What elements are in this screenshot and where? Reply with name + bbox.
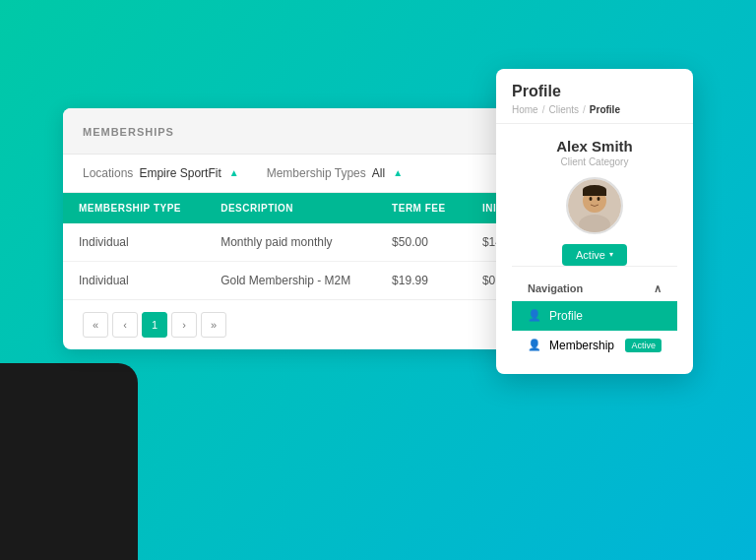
breadcrumb-sep-1: / bbox=[542, 104, 545, 115]
nav-section-header: Navigation ∧ bbox=[512, 277, 677, 301]
page-last-button[interactable]: » bbox=[201, 312, 226, 338]
cell-term-1: $19.99 bbox=[376, 261, 467, 299]
active-label: Active bbox=[576, 249, 605, 261]
location-filter-arrow[interactable]: ▲ bbox=[229, 167, 239, 178]
col-term-fee: TERM FEE bbox=[376, 193, 467, 223]
breadcrumb: Home / Clients / Profile bbox=[512, 104, 677, 115]
profile-card: Profile Home / Clients / Profile Alex Sm… bbox=[496, 69, 693, 374]
cell-desc-1: Gold Membership - M2M bbox=[205, 261, 376, 299]
profile-card-title: Profile bbox=[512, 83, 677, 100]
nav-item-profile[interactable]: 👤 Profile bbox=[512, 301, 677, 331]
svg-rect-6 bbox=[583, 190, 606, 196]
profile-category: Client Category bbox=[561, 156, 629, 167]
location-value: Empire SportFit bbox=[139, 166, 220, 180]
dropdown-arrow-icon: ▾ bbox=[609, 250, 613, 259]
breadcrumb-sep-2: / bbox=[583, 104, 586, 115]
col-description: DESCRIPTION bbox=[205, 193, 376, 223]
type-label: Membership Types bbox=[267, 166, 366, 180]
nav-item-profile-label: Profile bbox=[549, 309, 583, 323]
memberships-title: MEMBERSHIPS bbox=[83, 126, 174, 138]
cards-container: MEMBERSHIPS Locations Empire SportFit ▲ … bbox=[63, 69, 693, 492]
cell-term-0: $50.00 bbox=[376, 223, 467, 262]
page-prev-button[interactable]: ‹ bbox=[112, 312, 138, 338]
profile-card-header: Profile Home / Clients / Profile bbox=[496, 69, 693, 124]
location-label: Locations bbox=[83, 166, 133, 180]
nav-section-label: Navigation bbox=[528, 282, 583, 294]
nav-collapse-icon[interactable]: ∧ bbox=[654, 282, 662, 295]
cell-type-0: Individual bbox=[63, 223, 205, 262]
svg-point-4 bbox=[598, 197, 600, 201]
nav-item-membership-left: 👤 Membership bbox=[528, 339, 614, 352]
membership-badge: Active bbox=[625, 339, 662, 352]
type-value: All bbox=[372, 166, 385, 180]
nav-item-profile-left: 👤 Profile bbox=[528, 309, 583, 323]
membership-nav-icon: 👤 bbox=[528, 339, 541, 351]
profile-body: Alex Smith Client Category bbox=[496, 124, 693, 374]
page-current-button[interactable]: 1 bbox=[142, 312, 167, 338]
profile-name: Alex Smith bbox=[556, 138, 633, 155]
type-filter-arrow[interactable]: ▲ bbox=[393, 167, 403, 178]
active-status-button[interactable]: Active ▾ bbox=[562, 244, 627, 266]
avatar bbox=[566, 177, 623, 234]
cell-type-1: Individual bbox=[63, 261, 205, 299]
col-type: MEMBERSHIP TYPE bbox=[63, 193, 205, 223]
nav-item-membership-label: Membership bbox=[549, 339, 614, 352]
breadcrumb-current: Profile bbox=[590, 104, 620, 115]
profile-nav-icon: 👤 bbox=[528, 309, 541, 322]
cell-desc-0: Monthly paid monthly bbox=[205, 223, 376, 262]
breadcrumb-clients[interactable]: Clients bbox=[548, 104, 579, 115]
svg-point-3 bbox=[590, 197, 593, 201]
nav-item-membership[interactable]: 👤 Membership Active bbox=[512, 331, 677, 360]
profile-navigation: Navigation ∧ 👤 Profile 👤 Membership Acti… bbox=[512, 266, 677, 360]
page-next-button[interactable]: › bbox=[171, 312, 197, 338]
page-first-button[interactable]: « bbox=[83, 312, 108, 338]
breadcrumb-home[interactable]: Home bbox=[512, 104, 538, 115]
